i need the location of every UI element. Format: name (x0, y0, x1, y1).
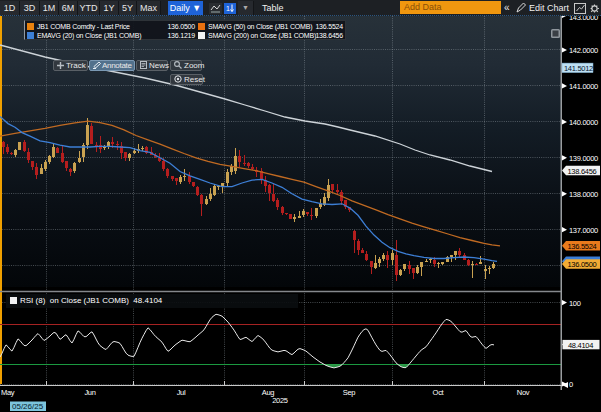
svg-text:141.0000: 141.0000 (569, 82, 598, 91)
svg-text:141.5012: 141.5012 (564, 64, 593, 73)
svg-text:05/26/25: 05/26/25 (12, 402, 44, 411)
svg-text:0: 0 (569, 380, 573, 389)
svg-text:Jun: Jun (84, 388, 95, 397)
svg-text:Sep: Sep (343, 388, 356, 397)
svg-text:139.0000: 139.0000 (569, 154, 598, 163)
svg-text:Oct: Oct (433, 388, 445, 397)
svg-text:140.0000: 140.0000 (569, 118, 598, 127)
svg-text:Jul: Jul (177, 388, 186, 397)
svg-text:136.5524: 136.5524 (568, 242, 597, 251)
svg-text:142.0000: 142.0000 (569, 46, 598, 55)
svg-text:48.4104: 48.4104 (568, 341, 593, 350)
svg-text:136.0500: 136.0500 (568, 260, 597, 269)
svg-text:1: 1 (226, 5, 230, 12)
svg-text:May: May (1, 388, 15, 397)
svg-text:137.0000: 137.0000 (569, 226, 598, 235)
svg-text:2025: 2025 (272, 396, 288, 405)
svg-text:100: 100 (569, 299, 581, 308)
svg-text:138.6456: 138.6456 (568, 167, 597, 176)
svg-text:138.0000: 138.0000 (569, 190, 598, 199)
svg-text:Nov: Nov (517, 388, 530, 397)
